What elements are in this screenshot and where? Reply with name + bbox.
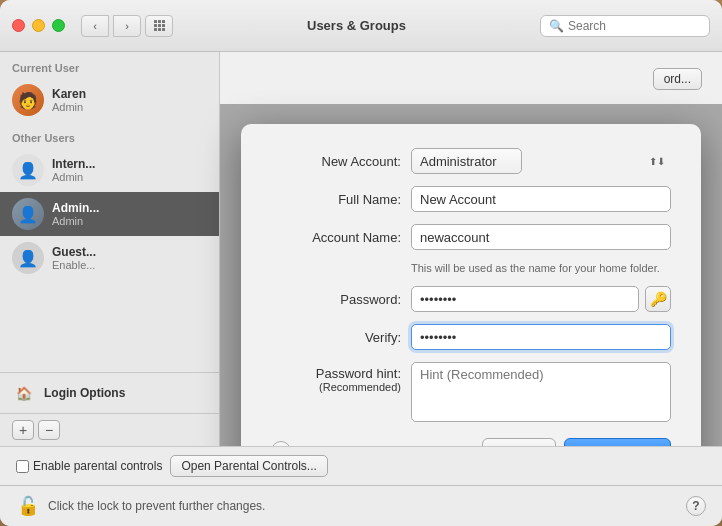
sidebar-item-karen[interactable]: 🧑 Karen Admin: [0, 78, 219, 122]
status-text: Click the lock to prevent further change…: [48, 499, 678, 513]
sidebar-item-admin-sub: Admin: [52, 215, 99, 227]
window-controls: [12, 19, 65, 32]
avatar-internet: 👤: [12, 154, 44, 186]
sidebar-item-admin[interactable]: 👤 Admin... Admin: [0, 192, 219, 236]
maximize-button[interactable]: [52, 19, 65, 32]
verify-wrap: [411, 324, 671, 350]
back-button[interactable]: ‹: [81, 15, 109, 37]
help-button[interactable]: ?: [686, 496, 706, 516]
close-button[interactable]: [12, 19, 25, 32]
title-bar: ‹ › Users & Groups 🔍: [0, 0, 722, 52]
new-account-label: New Account:: [271, 154, 401, 169]
change-password-button[interactable]: ord...: [653, 68, 702, 90]
form-row-full-name: Full Name:: [271, 186, 671, 212]
account-type-select-wrapper[interactable]: Administrator Standard ⬆⬇: [411, 148, 671, 174]
login-options-label: Login Options: [44, 386, 125, 400]
form-row-password-hint: Password hint: (Recommended): [271, 362, 671, 422]
sidebar-item-guest-name: Guest...: [52, 245, 96, 259]
verify-input[interactable]: [411, 324, 671, 350]
form-row-account-name: Account Name:: [271, 224, 671, 250]
sidebar-item-karen-name: Karen: [52, 87, 86, 101]
avatar-guest: 👤: [12, 242, 44, 274]
modal-footer: ? Cancel Create User: [271, 438, 671, 446]
verify-label: Verify:: [271, 330, 401, 345]
forward-button[interactable]: ›: [113, 15, 141, 37]
nav-buttons: ‹ ›: [81, 15, 141, 37]
bottom-bar: Enable parental controls Open Parental C…: [0, 446, 722, 485]
main-window: ‹ › Users & Groups 🔍 Current User 🧑 Kare…: [0, 0, 722, 526]
modal-footer-right: Cancel Create User: [482, 438, 671, 446]
modal-help-button[interactable]: ?: [271, 441, 291, 447]
search-box[interactable]: 🔍: [540, 15, 710, 37]
lock-icon[interactable]: 🔓: [16, 494, 40, 518]
other-users-label: Other Users: [0, 122, 219, 148]
password-hint-label: Password hint: (Recommended): [271, 362, 401, 393]
password-input[interactable]: [411, 286, 639, 312]
password-hint-sublabel: (Recommended): [271, 381, 401, 393]
window-title: Users & Groups: [173, 18, 540, 33]
sidebar-item-internet[interactable]: 👤 Intern... Admin: [0, 148, 219, 192]
current-users-label: Current User: [0, 52, 219, 78]
account-type-wrap: Administrator Standard ⬆⬇: [411, 148, 671, 174]
status-bar: 🔓 Click the lock to prevent further chan…: [0, 485, 722, 526]
create-user-button[interactable]: Create User: [564, 438, 671, 446]
content-area: Current User 🧑 Karen Admin Other Users 👤…: [0, 52, 722, 446]
sidebar-footer: 🏠 Login Options + −: [0, 372, 219, 446]
search-icon: 🔍: [549, 19, 564, 33]
grid-dots-icon: [154, 20, 165, 31]
sidebar-item-login-options[interactable]: 🏠 Login Options: [0, 373, 219, 413]
remove-user-button[interactable]: −: [38, 420, 60, 440]
account-name-input[interactable]: [411, 224, 671, 250]
panel-top-right: ord...: [653, 68, 702, 90]
main-panel: ord... New Account: Administrator Standa…: [220, 52, 722, 446]
account-name-wrap: [411, 224, 671, 250]
login-options-icon: 🏠: [12, 381, 36, 405]
sidebar-actions: + −: [0, 413, 219, 446]
grid-view-button[interactable]: [145, 15, 173, 37]
avatar-karen: 🧑: [12, 84, 44, 116]
sidebar-item-guest[interactable]: 👤 Guest... Enable...: [0, 236, 219, 280]
password-hint-wrap: [411, 362, 671, 422]
parental-controls-label: Enable parental controls: [33, 459, 162, 473]
modal-footer-left: ?: [271, 441, 291, 447]
password-label: Password:: [271, 292, 401, 307]
minimize-button[interactable]: [32, 19, 45, 32]
password-key-button[interactable]: 🔑: [645, 286, 671, 312]
form-row-verify: Verify:: [271, 324, 671, 350]
parental-controls-checkbox-label[interactable]: Enable parental controls: [16, 459, 162, 473]
form-row-account-type: New Account: Administrator Standard ⬆⬇: [271, 148, 671, 174]
account-name-hint: This will be used as the name for your h…: [411, 262, 660, 274]
parental-controls-checkbox[interactable]: [16, 460, 29, 473]
full-name-label: Full Name:: [271, 192, 401, 207]
password-wrap: 🔑: [411, 286, 671, 312]
account-name-label: Account Name:: [271, 230, 401, 245]
sidebar-item-karen-sub: Admin: [52, 101, 86, 113]
add-user-button[interactable]: +: [12, 420, 34, 440]
form-row-password: Password: 🔑: [271, 286, 671, 312]
sidebar: Current User 🧑 Karen Admin Other Users 👤…: [0, 52, 220, 446]
cancel-button[interactable]: Cancel: [482, 438, 556, 446]
password-hint-textarea[interactable]: [411, 362, 671, 422]
account-name-hint-row: This will be used as the name for your h…: [411, 262, 671, 274]
account-type-select[interactable]: Administrator Standard: [411, 148, 522, 174]
search-input[interactable]: [568, 19, 701, 33]
avatar-admin: 👤: [12, 198, 44, 230]
modal-overlay: New Account: Administrator Standard ⬆⬇: [220, 104, 722, 446]
full-name-input[interactable]: [411, 186, 671, 212]
password-hint-label-text: Password hint:: [271, 366, 401, 381]
sidebar-item-guest-sub: Enable...: [52, 259, 96, 271]
sidebar-item-internet-sub: Admin: [52, 171, 95, 183]
open-parental-controls-button[interactable]: Open Parental Controls...: [170, 455, 327, 477]
sidebar-item-internet-name: Intern...: [52, 157, 95, 171]
new-account-modal: New Account: Administrator Standard ⬆⬇: [241, 124, 701, 446]
full-name-wrap: [411, 186, 671, 212]
sidebar-item-admin-name: Admin...: [52, 201, 99, 215]
chevron-down-icon: ⬆⬇: [649, 156, 665, 167]
